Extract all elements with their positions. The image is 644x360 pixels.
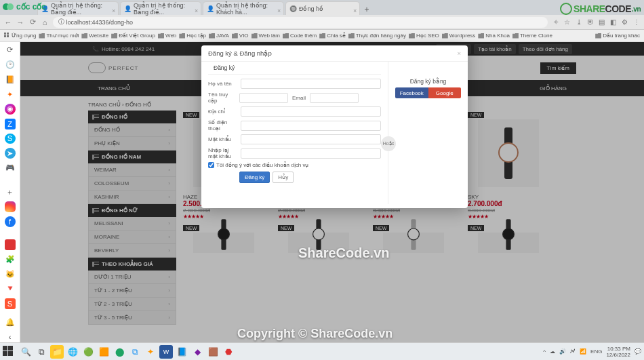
address-bar[interactable]: ⓘ localhost:44336/dong-ho	[53, 17, 548, 28]
bookmark-item[interactable]: Nha Khoa	[478, 33, 510, 39]
label-password: Mật khẩu	[208, 136, 237, 142]
bookmark-item[interactable]: Học tập	[179, 33, 206, 39]
taskbar-app-vs[interactable]: ◆	[190, 345, 204, 359]
tray-wifi-icon[interactable]: 📶	[580, 348, 586, 355]
bookmark-item[interactable]: Web làm	[251, 33, 280, 39]
bookmark-item[interactable]: Web	[158, 33, 176, 39]
taskbar-app[interactable]: 📘	[175, 345, 188, 359]
bookmark-item[interactable]: VIO	[232, 33, 249, 39]
bookmark-item[interactable]: JAVA	[209, 33, 229, 39]
tray-lang[interactable]: ENG	[590, 348, 602, 355]
sidebar-ic[interactable]: ⟳	[5, 45, 16, 56]
qr-icon[interactable]: ▤	[598, 18, 605, 26]
bookmark-item[interactable]: Thư mục mới	[39, 33, 79, 39]
sidebar-bell-icon[interactable]: 🔔	[5, 317, 16, 328]
sidebar-ic[interactable]: 🔻	[5, 283, 16, 294]
bookmark-apps[interactable]: Ứng dụng	[4, 33, 36, 39]
cancel-button[interactable]: Hủy	[273, 172, 294, 183]
home-icon[interactable]: ⌂	[41, 18, 49, 26]
close-icon[interactable]: ×	[112, 7, 115, 10]
sidebar-ic-skype[interactable]: S	[5, 134, 16, 144]
label-fullname: Họ và tên	[208, 81, 237, 87]
bookmark-item[interactable]: Học SEO	[409, 33, 439, 39]
taskbar-app-coccoc[interactable]: ⬤	[113, 345, 126, 359]
taskbar-app-word[interactable]: W	[159, 345, 173, 359]
bookmark-item[interactable]: Website	[81, 33, 108, 39]
sidebar-ic[interactable]: ✦	[5, 89, 16, 100]
tray-volume-icon[interactable]: 🔊	[559, 348, 566, 355]
toolbar-right: ✧ ☆ ⤓ ⛨ ▤ ◧ ⚙ ⋮	[552, 18, 640, 26]
close-icon[interactable]: ×	[277, 7, 280, 10]
tray-notifications-icon[interactable]: 💬	[635, 348, 641, 355]
password-input[interactable]	[241, 134, 381, 144]
taskbar-search-icon[interactable]: 🔍	[19, 345, 33, 359]
taskbar-taskview-icon[interactable]: ⧉	[35, 345, 48, 359]
forward-icon[interactable]: →	[16, 18, 24, 26]
share-icon[interactable]: ✧	[552, 18, 559, 26]
tab-register[interactable]: Đăng ký	[208, 62, 240, 74]
download-icon[interactable]: ⤓	[575, 18, 582, 26]
sidebar-collapse-icon[interactable]: ‹	[5, 332, 16, 342]
browser-tab[interactable]: 👤Quản trị hệ thống: Khách hà...×	[203, 1, 284, 15]
sidebar-ic[interactable]: 🐱	[5, 268, 16, 279]
browser-tab[interactable]: 👤Quản trị hệ thống: Bảng điề...×	[37, 1, 119, 15]
close-icon[interactable]: ×	[195, 7, 197, 10]
ext-icon[interactable]: ◧	[609, 18, 617, 26]
fullname-input[interactable]	[241, 79, 381, 89]
sidebar-ic[interactable]: 🧩	[5, 254, 16, 265]
phone-input[interactable]	[241, 121, 381, 131]
browser-tab[interactable]: 👤Quản trị hệ thống: Bảng điề...×	[120, 1, 201, 15]
sidebar-ic-messenger[interactable]: ◉	[5, 104, 16, 115]
start-button[interactable]	[3, 346, 15, 358]
tray-expand-icon[interactable]: ^	[543, 348, 546, 355]
taskbar-app-edge[interactable]: 🌐	[66, 345, 79, 359]
close-icon[interactable]: ×	[457, 49, 461, 57]
profile-icon[interactable]: ⚙	[621, 18, 628, 26]
sidebar-add-icon[interactable]: ＋	[5, 187, 16, 198]
bookmark-other[interactable]: Dấu trang khác	[595, 33, 640, 39]
sidebar-ic[interactable]	[5, 239, 16, 250]
google-button[interactable]: Google	[428, 87, 462, 98]
sidebar-ic-fb[interactable]: f	[5, 216, 16, 227]
reload-icon[interactable]: ⟳	[28, 18, 37, 26]
bookmark-item[interactable]: Theme Clone	[512, 33, 552, 39]
browser-tab-active[interactable]: 🔘Đồng hồ×	[285, 1, 360, 15]
sidebar-ic[interactable]: 🕑	[5, 60, 16, 71]
taskbar-app[interactable]: ✦	[144, 345, 157, 359]
taskbar-app-vscode[interactable]: ⧉	[128, 345, 142, 359]
sidebar-ic-shopee[interactable]: S	[5, 298, 16, 309]
tray-clock[interactable]: 10:33 PM 12/6/2022	[606, 346, 630, 358]
sidebar-ic-game[interactable]: 🎮	[5, 163, 16, 174]
sidebar-ic-ig[interactable]	[5, 201, 16, 212]
sidebar-ic-zalo[interactable]: Z	[5, 119, 16, 129]
bookmark-item[interactable]: Code thêm	[283, 33, 317, 39]
taskbar-app-chrome[interactable]: 🟢	[81, 345, 95, 359]
new-tab-button[interactable]: +	[361, 4, 372, 15]
label-address: Địa chỉ	[208, 108, 237, 115]
sidebar-ic-telegram[interactable]: ➤	[5, 148, 16, 159]
taskbar-app[interactable]: 🟧	[97, 345, 110, 359]
sidebar-ic[interactable]: 📙	[5, 75, 16, 85]
bookmark-item[interactable]: Chia sẻ	[319, 33, 346, 39]
bookmark-item[interactable]: Thực đơn hàng ngày	[348, 33, 406, 39]
taskbar-app[interactable]: 📁	[50, 345, 64, 359]
taskbar-app[interactable]: ⬣	[222, 345, 235, 359]
password2-input[interactable]	[241, 148, 381, 159]
menu-icon[interactable]: ⋮	[632, 18, 640, 26]
taskbar-app[interactable]: 🟫	[206, 345, 220, 359]
close-icon[interactable]: ×	[353, 7, 356, 10]
star-icon[interactable]: ☆	[563, 18, 571, 26]
email-input[interactable]	[310, 93, 359, 103]
bookmark-item[interactable]: Đất Việt Group	[111, 33, 155, 39]
address-bar-row: ← → ⟳ ⌂ ⓘ localhost:44336/dong-ho ✧ ☆ ⤓ …	[0, 15, 644, 30]
username-input[interactable]	[239, 93, 288, 103]
tray-battery-icon[interactable]: 🗲	[570, 348, 576, 355]
facebook-button[interactable]: Facebook	[395, 87, 428, 98]
address-input[interactable]	[241, 106, 381, 117]
windows-taskbar: 🔍 ⧉ 📁 🌐 🟢 🟧 ⬤ ⧉ ✦ W 📘 ◆ 🟫 ⬣ ^ ☁ 🔊 🗲 📶 EN…	[0, 342, 644, 360]
terms-checkbox[interactable]	[208, 162, 214, 168]
back-icon[interactable]: ←	[4, 18, 12, 26]
submit-button[interactable]: Đăng ký	[239, 172, 270, 183]
vpn-icon[interactable]: ⛨	[586, 18, 594, 26]
bookmark-item[interactable]: Wordpress	[442, 33, 476, 39]
